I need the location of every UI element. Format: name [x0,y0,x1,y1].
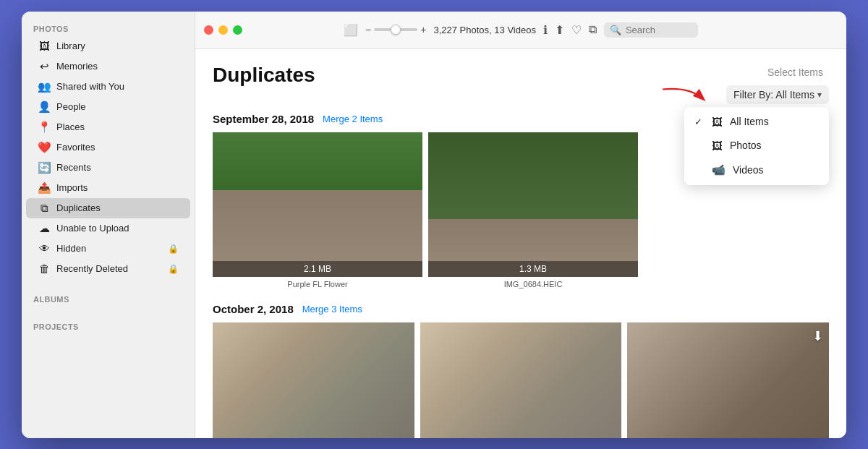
favorites-icon: ❤️ [38,141,51,154]
memories-icon: ↩ [38,60,51,73]
sidebar-item-label: People [56,101,85,112]
photo-cell[interactable]: 2.1 MB Purple FL Flower [213,132,422,288]
lock-icon-2: 🔒 [168,264,179,274]
sidebar-item-places[interactable]: 📍 Places [26,117,190,137]
photo-cell[interactable]: 1.3 MB IMG_0684.HEIC [428,132,638,288]
search-input[interactable] [626,25,691,35]
photo-cell[interactable]: 788 KB ⬇ IMG_0925.JPG [627,322,829,438]
photo-group-2: October 2, 2018 Merge 3 Items 1.6 MB IMG… [213,303,829,438]
main-window: Photos 🖼 Library ↩ Memories 👥 Shared wit… [22,12,846,438]
library-icon: 🖼 [38,40,51,53]
filter-option-all-items[interactable]: ✓ 🖼 All Items [684,110,829,134]
share-icon[interactable]: ⬆ [555,23,564,37]
sidebar-item-label: Unable to Upload [56,223,129,234]
places-icon: 📍 [38,121,51,134]
photo-image: 2.1 MB [213,132,422,277]
minimize-button[interactable] [218,25,228,35]
sidebar-item-label: Recently Deleted [56,263,128,274]
select-items-button[interactable]: Select Items [762,64,829,81]
info-icon[interactable]: ℹ [543,23,548,37]
sidebar-item-label: Duplicates [56,202,101,213]
sidebar-item-label: Hidden [56,243,86,254]
photo-cell[interactable]: 2.4 MB IMG_0737.JPG [420,322,622,438]
group-date-2: October 2, 2018 [213,303,294,315]
upload-icon: ☁ [38,222,51,235]
filter-label: Filter By: All Items [733,89,814,101]
photo-count: 3,227 Photos, 13 Videos [433,25,535,35]
filter-option-photos[interactable]: 🖼 Photos [684,134,829,158]
search-box[interactable]: 🔍 [604,22,698,38]
sidebar-item-shared[interactable]: 👥 Shared with You [26,77,190,97]
content-area: Duplicates Select Items Filter By: All I… [195,49,846,438]
photo-filename: IMG_0684.HEIC [428,280,638,288]
sidebar-item-label: Memories [56,61,98,72]
sidebar-item-recents[interactable]: 🔄 Recents [26,158,190,178]
sidebar-item-recently-deleted[interactable]: 🗑 Recently Deleted 🔒 [26,259,190,279]
photo-grid-2: 1.6 MB IMG_0737.HEIC 2.4 MB IMG_0737.JPG… [213,322,829,438]
group-date-1: September 28, 2018 [213,113,314,125]
photo-image: 2.4 MB [420,322,622,438]
photo-image: 1.3 MB [428,132,638,277]
page-title: Duplicates [213,64,315,87]
sidebar-item-label: Library [56,40,85,51]
merge-button-2[interactable]: Merge 3 Items [302,304,362,315]
titlebar: ⬜ − + 3,227 Photos, 13 Videos ℹ ⬆ ♡ ⧉ 🔍 [195,12,846,49]
photo-size-overlay: 2.1 MB [213,261,422,277]
sidebar-item-people[interactable]: 👤 People [26,97,190,117]
photo-cell[interactable]: 1.6 MB IMG_0737.HEIC [213,322,414,438]
photo-filename: Purple FL Flower [213,280,422,288]
main-area: ⬜ − + 3,227 Photos, 13 Videos ℹ ⬆ ♡ ⧉ 🔍 [195,12,846,438]
lock-icon: 🔒 [168,244,179,254]
chevron-down-icon: ▾ [817,90,822,100]
filter-option-videos[interactable]: 📹 Videos [684,158,829,182]
sidebar-item-label: Shared with You [56,81,124,92]
sidebar-item-hidden[interactable]: 👁 Hidden 🔒 [26,239,190,259]
merge-button-1[interactable]: Merge 2 Items [323,114,383,124]
maximize-button[interactable] [233,25,242,35]
shared-icon: 👥 [38,80,51,93]
page-header: Duplicates Select Items Filter By: All I… [213,64,829,104]
group-header-2: October 2, 2018 Merge 3 Items [213,303,829,315]
close-button[interactable] [204,25,213,35]
sidebar-section-albums: Albums [22,288,195,307]
sidebar-item-imports[interactable]: 📤 Imports [26,178,190,198]
slider-track[interactable] [374,28,417,31]
filter-option-label: Photos [730,140,762,151]
heart-icon[interactable]: ♡ [571,23,582,37]
imports-icon: 📤 [38,181,51,194]
filter-button[interactable]: Filter By: All Items ▾ [726,85,829,104]
sidebar-item-label: Places [56,121,85,132]
sidebar-item-unable-to-upload[interactable]: ☁ Unable to Upload [26,218,190,239]
window-controls [204,25,242,35]
filter-option-label: Videos [733,164,764,176]
zoom-out-icon[interactable]: − [365,24,371,35]
sidebar-item-duplicates[interactable]: ⧉ Duplicates [26,198,190,218]
filter-dropdown: ✓ 🖼 All Items 🖼 Photos 📹 Videos [684,107,829,185]
sidebar-section-projects: Projects [22,315,195,334]
slider-thumb[interactable] [391,25,401,35]
hidden-icon: 👁 [38,242,51,255]
top-right-actions: Select Items Filter By: All Items ▾ [726,64,829,104]
recents-icon: 🔄 [38,161,51,174]
slideshow-icon[interactable]: ⬜ [344,23,358,37]
sidebar-item-library[interactable]: 🖼 Library [26,36,190,56]
photo-image: 788 KB ⬇ [627,322,829,438]
sidebar-item-memories[interactable]: ↩ Memories [26,56,190,77]
sidebar-item-favorites[interactable]: ❤️ Favorites [26,137,190,158]
photo-image: 1.6 MB [213,322,414,438]
zoom-in-icon[interactable]: + [420,24,426,35]
all-items-icon: 🖼 [712,116,723,128]
filter-option-label: All Items [730,116,769,127]
download-icon: ⬇ [812,328,823,344]
sidebar-item-label: Imports [56,182,88,193]
checkmark-icon: ✓ [694,116,705,127]
sidebar-item-label: Recents [56,162,91,173]
people-icon: 👤 [38,101,51,114]
duplicates-icon: ⧉ [38,202,51,215]
trash-icon: 🗑 [38,262,51,275]
zoom-slider[interactable]: − + [365,24,426,35]
sidebar-item-label: Favorites [56,142,95,153]
sidebar: Photos 🖼 Library ↩ Memories 👥 Shared wit… [22,12,195,438]
sidebar-section-photos: Photos [22,17,195,36]
window-icon[interactable]: ⧉ [589,23,597,36]
